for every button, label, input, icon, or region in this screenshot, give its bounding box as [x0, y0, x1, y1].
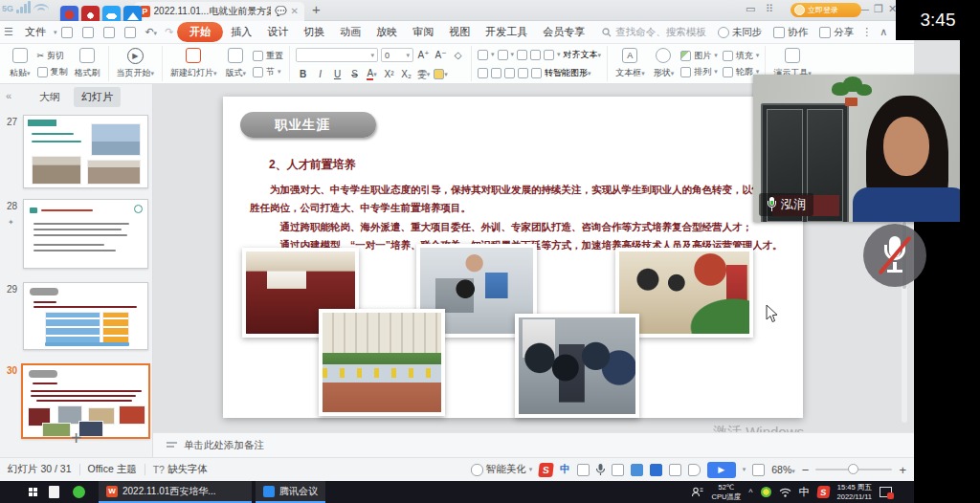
- play-options-caret-icon[interactable]: ▾: [743, 466, 746, 473]
- align-right-icon[interactable]: [504, 68, 515, 78]
- strike-button[interactable]: S: [347, 67, 362, 81]
- highlight-button[interactable]: ▾: [434, 67, 448, 81]
- cut-button[interactable]: ✂剪切: [37, 48, 68, 63]
- missing-font-label[interactable]: 缺失字体: [167, 463, 208, 476]
- slide-thumbnail-27[interactable]: [23, 115, 148, 188]
- slide-thumbnail-29[interactable]: [23, 282, 148, 350]
- export-icon[interactable]: [82, 27, 94, 38]
- ink-pen-icon[interactable]: [577, 464, 590, 476]
- layout-button[interactable]: 版式▾: [224, 46, 249, 81]
- fit-window-icon[interactable]: [752, 464, 765, 476]
- bullet-list-icon[interactable]: [478, 50, 488, 60]
- format-painter-button[interactable]: 格式刷: [73, 46, 102, 81]
- webcam-video[interactable]: 泓润: [753, 75, 960, 222]
- distribute-icon[interactable]: [531, 68, 542, 78]
- hamburger-icon[interactable]: ☰: [4, 26, 13, 38]
- collapse-ribbon-icon[interactable]: ∧: [880, 26, 887, 38]
- smart-graphic-button[interactable]: 转智能图形▾: [545, 67, 591, 79]
- collab-button[interactable]: 协作: [773, 26, 808, 39]
- action-center-icon[interactable]: [880, 487, 892, 497]
- tray-ime-icon[interactable]: 中: [799, 485, 810, 499]
- collapse-panel-icon[interactable]: «: [6, 90, 11, 101]
- sync-status[interactable]: 未同步: [718, 26, 763, 39]
- font-size-select[interactable]: 0▾: [381, 48, 413, 62]
- underline-button[interactable]: U: [330, 67, 345, 81]
- zoom-slider[interactable]: [815, 469, 892, 470]
- superscript-button[interactable]: X²: [382, 67, 396, 81]
- paste-button[interactable]: 粘贴▾: [8, 46, 33, 81]
- menu-tab-devtools[interactable]: 开发工具: [478, 23, 535, 41]
- zoom-out-button[interactable]: −: [802, 463, 810, 477]
- menu-tab-home[interactable]: 开始: [177, 22, 223, 42]
- people-icon[interactable]: [692, 487, 703, 497]
- zoom-in-button[interactable]: +: [899, 463, 906, 477]
- mic-muted-button[interactable]: [863, 224, 926, 287]
- taskbar-meeting-window[interactable]: 腾讯会议: [256, 481, 325, 503]
- notes-bar[interactable]: 单击此处添加备注: [153, 432, 914, 457]
- fill-button[interactable]: 填充▾: [723, 48, 760, 63]
- print-icon[interactable]: [103, 27, 115, 38]
- increase-indent-icon[interactable]: [530, 50, 541, 60]
- photo-factory-visit[interactable]: [515, 314, 639, 418]
- section-button[interactable]: 节▾: [253, 64, 283, 79]
- mini-window-icon[interactable]: ▭: [746, 3, 755, 15]
- pinyin-guide-button[interactable]: 雯▾: [416, 67, 431, 81]
- new-tab-button[interactable]: +: [312, 1, 321, 17]
- decrease-font-icon[interactable]: A⁻: [434, 48, 448, 62]
- align-left-icon[interactable]: [478, 68, 488, 78]
- file-explorer-icon[interactable]: [49, 486, 59, 498]
- share-button[interactable]: 分享: [819, 26, 854, 39]
- soft-keyboard-icon[interactable]: [612, 464, 624, 476]
- tab-outline[interactable]: 大纲: [32, 87, 68, 107]
- slide-subtitle[interactable]: 2、人才前置培养: [269, 157, 356, 173]
- shapes-button[interactable]: 形状▾: [652, 46, 677, 81]
- document-tab[interactable]: P 2022.11.01...电就业前景方案(1) 💬 ✕: [134, 2, 304, 21]
- picture-button[interactable]: 图片▾: [680, 48, 718, 63]
- increase-font-icon[interactable]: A⁺: [416, 48, 431, 62]
- clear-format-icon[interactable]: ◇: [451, 48, 465, 62]
- skin-theme-icon[interactable]: [631, 464, 643, 476]
- save-icon[interactable]: [61, 27, 73, 38]
- comment-bubble-icon[interactable]: 💬: [275, 7, 286, 16]
- subscript-button[interactable]: X₂: [399, 67, 413, 81]
- italic-button[interactable]: I: [313, 67, 327, 81]
- print-preview-icon[interactable]: [124, 27, 136, 38]
- command-search[interactable]: 查找命令、搜索模板: [602, 26, 706, 39]
- menu-tab-transition[interactable]: 切换: [296, 23, 332, 41]
- add-slide-button[interactable]: +: [0, 427, 152, 449]
- font-family-select[interactable]: ▾: [296, 48, 378, 62]
- new-slide-button[interactable]: 新建幻灯片▾: [168, 46, 219, 81]
- reset-button[interactable]: 重置: [253, 48, 283, 63]
- menu-tab-view[interactable]: 视图: [441, 23, 478, 41]
- tray-wifi-icon[interactable]: [779, 488, 791, 497]
- menu-tab-animation[interactable]: 动画: [332, 23, 368, 41]
- slide-thumbnail-28[interactable]: [23, 199, 148, 269]
- layout-grid-icon[interactable]: ⠿: [766, 3, 773, 15]
- normal-view-icon[interactable]: [669, 464, 681, 476]
- copy-button[interactable]: 复制: [37, 64, 68, 79]
- tab-close-icon[interactable]: ✕: [291, 7, 299, 16]
- tray-green-icon[interactable]: [761, 487, 771, 497]
- play-from-current-button[interactable]: ▶当页开始▾: [115, 46, 157, 81]
- justify-icon[interactable]: [518, 68, 528, 78]
- tab-slides[interactable]: 幻灯片: [74, 87, 121, 107]
- menu-tab-slideshow[interactable]: 放映: [368, 23, 405, 41]
- arrange-button[interactable]: 排列▾: [680, 64, 718, 79]
- slideshow-play-button[interactable]: ▶: [707, 462, 736, 478]
- decrease-indent-icon[interactable]: [517, 50, 527, 60]
- tray-sogou-icon[interactable]: S: [816, 486, 830, 498]
- redo-icon[interactable]: ↷: [165, 26, 173, 38]
- more-menu-icon[interactable]: ⋮: [861, 26, 872, 38]
- menu-file[interactable]: 文件: [17, 23, 54, 41]
- menu-tab-review[interactable]: 审阅: [405, 23, 441, 41]
- theme-name[interactable]: Office 主题: [88, 463, 137, 476]
- widgets-icon[interactable]: [650, 464, 662, 476]
- taskbar-wps-window[interactable]: W 2022.11.01西安培华...: [99, 481, 252, 503]
- menu-tab-insert[interactable]: 插入: [223, 23, 259, 41]
- zoom-level[interactable]: 68%▾: [771, 464, 795, 475]
- s-logo-icon[interactable]: S: [538, 463, 554, 477]
- textbox-button[interactable]: A文本框▾: [613, 46, 647, 81]
- menu-tab-member[interactable]: 会员专享: [535, 23, 592, 41]
- zoom-slider-thumb[interactable]: [848, 464, 858, 474]
- beautify-button[interactable]: 智能美化▾: [471, 463, 533, 476]
